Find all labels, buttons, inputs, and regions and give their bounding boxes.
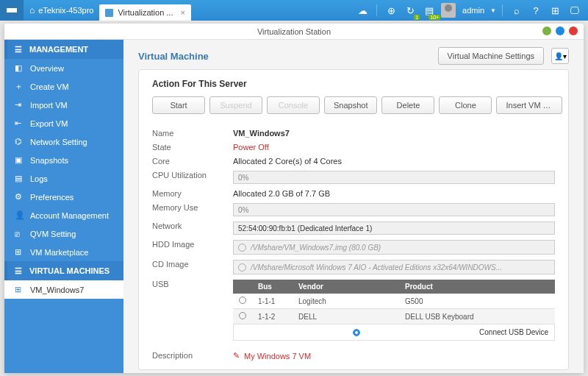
insert-vm-drive-button[interactable]: Insert VM Dr... bbox=[496, 96, 562, 114]
label-network: Network bbox=[152, 221, 233, 235]
label-description: Description bbox=[152, 351, 233, 361]
tab-label: Virtualization ... bbox=[118, 8, 173, 17]
label-memory: Memory bbox=[152, 189, 233, 198]
user-icon[interactable] bbox=[440, 2, 456, 18]
sidebar-item-account[interactable]: 👤Account Management bbox=[4, 206, 123, 224]
memuse-bar: 0% bbox=[233, 203, 555, 216]
marketplace-icon: ⊞ bbox=[15, 247, 25, 257]
snapshot-button[interactable]: Snapshot bbox=[324, 96, 377, 114]
pencil-icon: ✎ bbox=[233, 351, 240, 361]
sidebar-item-qvm[interactable]: ⎚QVM Setting bbox=[4, 224, 123, 243]
overview-icon: ◧ bbox=[15, 63, 25, 73]
sidebar-item-export-vm[interactable]: ⇤Export VM bbox=[4, 114, 123, 132]
tab-virtualization[interactable]: Virtualization ... × bbox=[99, 4, 190, 21]
refresh-icon[interactable]: ↻1 bbox=[402, 2, 418, 18]
action-buttons: Start Suspend Console Snapshot Delete Cl… bbox=[152, 96, 555, 114]
search-icon[interactable]: ⌕ bbox=[509, 2, 525, 18]
label-usb: USB bbox=[152, 280, 233, 341]
usb-row[interactable]: 1-1-1 Logitech G500 bbox=[233, 294, 555, 309]
notification-icon[interactable]: ▤10+ bbox=[421, 2, 437, 18]
export-icon: ⇤ bbox=[15, 118, 25, 128]
console-button: Console bbox=[267, 96, 320, 114]
account-icon: 👤 bbox=[15, 210, 25, 220]
suspend-button: Suspend bbox=[209, 96, 262, 114]
label-memuse: Memory Use bbox=[152, 203, 233, 216]
window-maximize[interactable] bbox=[556, 26, 564, 35]
window-close[interactable] bbox=[569, 26, 578, 35]
sidebar-item-vm-windows7[interactable]: ⊞VM_Windows7 bbox=[4, 280, 123, 299]
disc-icon bbox=[238, 263, 246, 272]
label-cpu: CPU Utilization bbox=[152, 171, 233, 184]
hdd-image-box[interactable]: /VMshare/VM_Windows7.img (80.0 GB) bbox=[233, 240, 555, 255]
tab-close-icon[interactable]: × bbox=[180, 8, 184, 17]
monitor-icon[interactable]: 🖵 bbox=[566, 2, 582, 18]
label-core: Core bbox=[152, 157, 233, 166]
radio-icon[interactable] bbox=[239, 312, 246, 319]
vm-settings-button[interactable]: Virtual Machine Settings bbox=[438, 47, 544, 65]
grid-icon[interactable]: ⊞ bbox=[547, 2, 563, 18]
sidebar-item-network[interactable]: ⌬Network Setting bbox=[4, 132, 123, 151]
window-title-bar: Virtualization Station bbox=[4, 24, 584, 40]
sidebar-item-overview[interactable]: ◧Overview bbox=[4, 59, 123, 77]
hamburger-icon bbox=[7, 8, 17, 13]
menu-button[interactable] bbox=[0, 0, 24, 21]
snapshot-icon: ▣ bbox=[15, 155, 25, 165]
sidebar-header-management[interactable]: ☰MANAGEMENT bbox=[4, 40, 123, 59]
vm-panel: Action For This Server Start Suspend Con… bbox=[138, 69, 569, 370]
description-field[interactable]: ✎ My Windows 7 VM bbox=[233, 351, 311, 361]
sidebar-item-snapshots[interactable]: ▣Snapshots bbox=[4, 151, 123, 169]
panel-title: Action For This Server bbox=[152, 79, 555, 89]
usb-row[interactable]: 1-1-2 DELL DELL USB Keyboard bbox=[233, 309, 555, 324]
app-icon bbox=[105, 9, 113, 17]
vm-windows-icon: ⊞ bbox=[15, 285, 25, 294]
delete-button[interactable]: Delete bbox=[381, 96, 434, 114]
app-window: Virtualization Station ☰MANAGEMENT ◧Over… bbox=[4, 24, 584, 373]
admin-label: admin bbox=[459, 6, 487, 15]
preferences-icon: ⚙ bbox=[15, 192, 25, 202]
window-minimize[interactable] bbox=[542, 26, 551, 35]
val-memory: Allocated 2.0 GB of 7.7 GB bbox=[233, 189, 555, 198]
plus-icon: ＋ bbox=[15, 81, 25, 92]
disc-icon bbox=[238, 244, 246, 252]
home-icon: ⌂ bbox=[29, 5, 35, 15]
label-hdd: HDD Image bbox=[152, 240, 233, 255]
sidebar-item-create-vm[interactable]: ＋Create VM bbox=[4, 77, 123, 96]
label-cd: CD Image bbox=[152, 260, 233, 274]
avatar-icon bbox=[441, 3, 456, 18]
usb-table: Bus Vendor Product 1-1-1 Logitech G500 bbox=[233, 280, 555, 341]
sidebar-header-vms[interactable]: ☰VIRTUAL MACHINES bbox=[4, 261, 123, 280]
sidebar: ☰MANAGEMENT ◧Overview ＋Create VM ⇥Import… bbox=[4, 40, 123, 373]
window-title: Virtualization Station bbox=[257, 27, 331, 36]
sidebar-item-preferences[interactable]: ⚙Preferences bbox=[4, 188, 123, 206]
sidebar-item-logs[interactable]: ▤Logs bbox=[4, 169, 123, 188]
val-name: VM_Windows7 bbox=[233, 129, 555, 138]
breadcrumb[interactable]: ⌂ eTeknix-453pro bbox=[24, 0, 99, 21]
plus-icon[interactable]: ⊕ bbox=[383, 2, 399, 18]
badge-10: 10+ bbox=[429, 15, 440, 20]
import-icon: ⇥ bbox=[15, 100, 25, 110]
qvm-icon: ⎚ bbox=[15, 230, 25, 238]
content: Virtual Machine Virtual Machine Settings… bbox=[123, 40, 584, 373]
label-state: State bbox=[152, 143, 233, 152]
cd-image-box[interactable]: /VMshare/Microsoft Windows 7 AIO - Activ… bbox=[233, 260, 555, 274]
cloud-icon[interactable]: ☁ bbox=[354, 2, 370, 18]
list-icon: ☰ bbox=[15, 266, 25, 276]
network-icon: ⌬ bbox=[15, 137, 25, 146]
radio-selected-icon bbox=[353, 329, 360, 336]
sidebar-item-import-vm[interactable]: ⇥Import VM bbox=[4, 96, 123, 114]
val-core: Allocated 2 Core(s) of 4 Cores bbox=[233, 157, 555, 166]
connect-usb-button[interactable]: Connect USB Device bbox=[233, 324, 555, 341]
usb-table-header: Bus Vendor Product bbox=[233, 280, 555, 294]
page-title: Virtual Machine bbox=[138, 51, 209, 62]
help-icon[interactable]: ? bbox=[528, 2, 544, 18]
user-dropdown[interactable]: 👤▾ bbox=[551, 48, 569, 64]
val-network: 52:54:00:90:fb:b1 (Dedicated Interface 1… bbox=[233, 221, 555, 235]
start-button[interactable]: Start bbox=[152, 96, 205, 114]
cpu-bar: 0% bbox=[233, 171, 555, 184]
clone-button[interactable]: Clone bbox=[439, 96, 492, 114]
device-name: eTeknix-453pro bbox=[38, 6, 93, 15]
label-name: Name bbox=[152, 129, 233, 138]
chevron-down-icon[interactable]: ▼ bbox=[490, 7, 496, 14]
sidebar-item-marketplace[interactable]: ⊞VM Marketplace bbox=[4, 243, 123, 261]
radio-icon[interactable] bbox=[239, 297, 246, 304]
